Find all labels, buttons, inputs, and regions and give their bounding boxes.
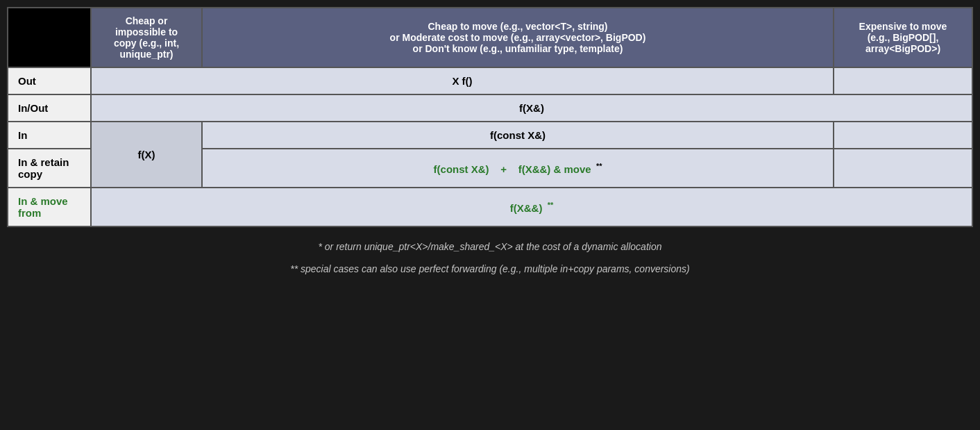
cell-in-col4: [834, 122, 972, 149]
footer-notes: * or return unique_ptr<X>/make_shared_<X…: [7, 227, 973, 288]
footnote-2: ** special cases can also use perfect fo…: [14, 263, 966, 274]
label-in: In: [8, 122, 91, 149]
header-col2-text: Cheap orimpossible tocopy (e.g., int,uni…: [114, 15, 179, 60]
page-wrapper: Cheap orimpossible tocopy (e.g., int,uni…: [0, 0, 980, 288]
cell-out-col4: [834, 67, 972, 94]
row-move-from: In & move from f(X&&) **: [8, 188, 972, 226]
header-col3-text: Cheap to move (e.g., vector<T>, string) …: [390, 21, 646, 54]
cell-move-from-span: f(X&&) **: [91, 188, 972, 226]
move-from-star: **: [546, 201, 554, 209]
label-retain-copy: In & retain copy: [8, 149, 91, 188]
row-in: In f(X) f(const X&): [8, 122, 972, 149]
row-out: Out X f(): [8, 67, 972, 94]
cell-out-span: X f(): [91, 67, 834, 94]
label-out: Out: [8, 67, 91, 94]
cell-retain-copy-content: f(const X&) + f(X&&) & move **: [202, 149, 834, 188]
cell-in-constxref: f(const X&): [202, 122, 834, 149]
header-col4-text: Expensive to move(e.g., BigPOD[],array<B…: [859, 21, 947, 54]
header-row: Cheap orimpossible tocopy (e.g., int,uni…: [8, 8, 972, 67]
header-col3: Cheap to move (e.g., vector<T>, string) …: [202, 8, 834, 67]
main-table: Cheap orimpossible tocopy (e.g., int,uni…: [7, 7, 973, 227]
footnote-1: * or return unique_ptr<X>/make_shared_<X…: [14, 241, 966, 252]
retain-copy-green-text: f(const X&) + f(X&&) & move: [434, 163, 591, 175]
move-from-text: f(X&&): [510, 202, 543, 214]
retain-copy-star: **: [594, 162, 602, 170]
header-col4: Expensive to move(e.g., BigPOD[],array<B…: [834, 8, 972, 67]
cell-inout-span: f(X&): [91, 94, 972, 122]
label-inout: In/Out: [8, 94, 91, 122]
label-move-from: In & move from: [8, 188, 91, 226]
header-col2: Cheap orimpossible tocopy (e.g., int,uni…: [91, 8, 202, 67]
cell-in-fx: f(X): [91, 122, 202, 188]
cell-retain-col4: [834, 149, 972, 188]
header-col1: [8, 8, 91, 67]
row-inout: In/Out f(X&): [8, 94, 972, 122]
